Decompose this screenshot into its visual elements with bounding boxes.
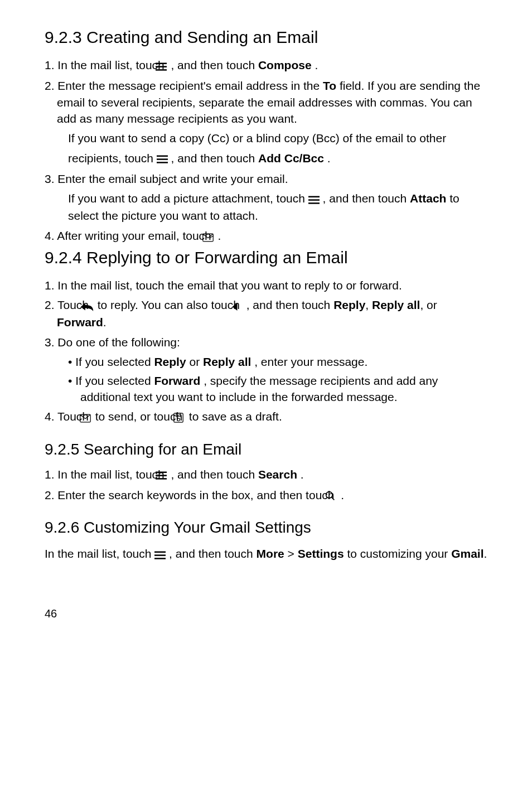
compose-bold: Compose (258, 59, 312, 71)
step-9-2-5-2: 2. Enter the search keywords in the box,… (45, 487, 487, 504)
text: 4. After writing your email, touch (45, 229, 215, 242)
gmail-bold: Gmail (451, 547, 483, 560)
substep-9-2-3-3a: If you want to add a picture attachment,… (68, 190, 487, 224)
document-page: 9.2.3 Creating and Sending an Email 1. I… (0, 0, 532, 643)
text: If you want to add a picture attachment,… (68, 192, 308, 205)
svg-rect-3 (157, 156, 168, 157)
text: , and then touch (171, 152, 258, 165)
bullet-9-2-4-3b: • If you selected Forward , specify the … (68, 373, 487, 405)
text: . (327, 152, 331, 165)
settings-bold: Settings (298, 547, 344, 560)
step-9-2-5-1: 1. In the mail list, touch , and then to… (45, 466, 487, 484)
menu-icon (154, 547, 166, 563)
text: recipients, touch (68, 152, 157, 165)
forward-bold: Forward (57, 316, 103, 329)
addccbcc-bold: Add Cc/Bcc (258, 152, 324, 165)
text: . (217, 229, 221, 242)
svg-point-14 (177, 418, 180, 421)
text: , and then touch (246, 298, 333, 311)
step-9-2-3-1: 1. In the mail list, touch , and then to… (45, 57, 487, 74)
menu-icon (157, 151, 168, 167)
text: • If you selected (68, 355, 154, 368)
text: In the mail list, touch (45, 547, 154, 560)
reply-bold: Reply (333, 298, 365, 311)
step-9-2-3-2: 2. Enter the message recipient's email a… (45, 78, 487, 127)
svg-rect-2 (156, 69, 167, 71)
text: 2. Enter the search keywords in the box,… (45, 489, 337, 501)
svg-rect-16 (156, 475, 167, 477)
substep-9-2-3-2b: recipients, touch , and then touch Add C… (68, 150, 487, 167)
menu-icon (308, 191, 320, 207)
step-9-2-4-4: 4. Touch to send, or touch to save as a … (45, 408, 487, 426)
svg-rect-6 (308, 196, 320, 197)
step-9-2-4-1: 1. In the mail list, touch the email tha… (45, 277, 487, 293)
svg-line-19 (332, 497, 335, 500)
text: to reply. You can also touch (98, 298, 243, 311)
attach-bold: Attach (410, 192, 446, 205)
step-9-2-4-3: 3. Do one of the following: (45, 334, 487, 350)
svg-rect-20 (154, 551, 166, 553)
text: . (315, 59, 318, 71)
text: . (103, 316, 107, 329)
text: or (189, 355, 203, 368)
text: . (484, 547, 487, 560)
text: to send, or touch (95, 410, 186, 423)
svg-rect-5 (157, 162, 168, 164)
bullet-9-2-4-3a: • If you selected Reply or Reply all , e… (68, 354, 487, 370)
text: 2. Enter the message recipient's email a… (45, 79, 323, 92)
text: , (365, 298, 372, 311)
text: . (341, 489, 344, 501)
replyall-bold: Reply all (372, 298, 420, 311)
svg-rect-7 (308, 199, 320, 201)
text: > (288, 547, 298, 560)
step-9-2-4-2: 2. Touch to reply. You can also touch , … (45, 297, 487, 331)
heading-9-2-6: 9.2.6 Customizing Your Gmail Settings (45, 519, 487, 537)
svg-rect-0 (156, 62, 167, 64)
reply-bold2: Reply (154, 355, 186, 368)
text: , and then touch (171, 59, 258, 71)
to-bold: To (323, 79, 336, 92)
text: , and then touch (169, 547, 256, 560)
svg-rect-4 (157, 159, 168, 161)
para-9-2-6: In the mail list, touch , and then touch… (45, 545, 487, 563)
page-number: 46 (45, 607, 487, 620)
text: to customizing your (347, 547, 451, 560)
svg-rect-22 (154, 558, 166, 559)
svg-marker-10 (232, 303, 237, 311)
text: to save as a draft. (189, 410, 282, 423)
svg-rect-15 (156, 472, 167, 474)
heading-9-2-4: 9.2.4 Replying to or Forwarding an Email (45, 248, 487, 267)
reply-arrow-icon (92, 298, 94, 314)
substep-9-2-3-2a: If you want to send a copy (Cc) or a bli… (68, 130, 487, 146)
text: , and then touch (171, 468, 258, 481)
heading-9-2-5: 9.2.5 Searching for an Email (45, 441, 487, 458)
text: • If you selected (68, 374, 154, 387)
text: , and then touch (323, 192, 410, 205)
text: . (301, 468, 304, 481)
heading-9-2-3: 9.2.3 Creating and Sending an Email (45, 28, 487, 47)
svg-rect-8 (308, 202, 320, 204)
search-bold: Search (258, 468, 297, 481)
text: 1. In the mail list, touch (45, 468, 168, 481)
replyall-bold2: Reply all (203, 355, 251, 368)
svg-point-18 (326, 492, 332, 498)
text: , or (420, 298, 437, 311)
step-9-2-3-4: 4. After writing your email, touch . (45, 228, 487, 245)
forward-bold2: Forward (154, 374, 200, 387)
svg-rect-21 (154, 554, 166, 556)
text: , enter your message. (254, 355, 367, 368)
svg-rect-1 (156, 66, 167, 67)
svg-rect-13 (176, 413, 181, 417)
more-bold: More (257, 547, 284, 560)
step-9-2-3-3: 3. Enter the email subject and write you… (45, 171, 487, 187)
text: 1. In the mail list, touch (45, 59, 168, 71)
svg-rect-17 (156, 478, 167, 480)
